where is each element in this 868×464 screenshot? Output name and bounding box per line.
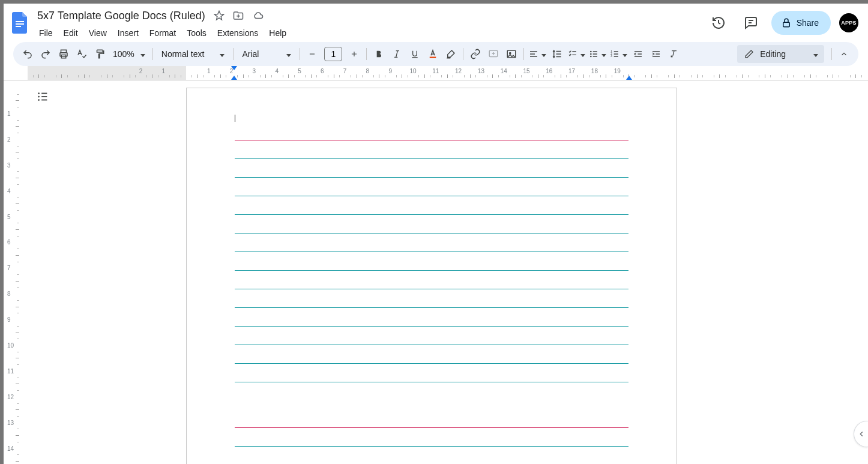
document-title[interactable]: 5x7 Template Google Docs (Ruled)	[37, 10, 205, 22]
ruled-line-teal	[235, 428, 628, 447]
move-icon[interactable]	[233, 10, 244, 21]
document-outline-button[interactable]	[34, 88, 52, 106]
highlight-color-button[interactable]	[442, 46, 459, 62]
ruled-line-teal	[235, 364, 628, 382]
line-spacing-button[interactable]	[549, 46, 565, 62]
toolbar: 100% Normal text Arial 123 Ed	[13, 42, 858, 66]
text-color-button[interactable]	[424, 46, 441, 62]
menu-help[interactable]: Help	[265, 26, 291, 40]
insert-image-button[interactable]	[503, 46, 520, 62]
svg-point-19	[38, 99, 40, 101]
ruled-line-red	[235, 382, 628, 428]
page[interactable]	[186, 88, 677, 464]
paint-format-button[interactable]	[91, 46, 108, 62]
menu-format[interactable]: Format	[145, 26, 180, 40]
text-cursor	[235, 115, 235, 122]
svg-rect-3	[783, 22, 789, 27]
cloud-status-icon[interactable]	[252, 10, 264, 21]
svg-point-10	[510, 52, 511, 53]
document-canvas[interactable]	[28, 80, 868, 464]
underline-button[interactable]	[406, 46, 423, 62]
print-button[interactable]	[55, 46, 72, 62]
star-icon[interactable]	[214, 10, 225, 21]
collapse-toolbar-button[interactable]	[836, 46, 852, 62]
bold-button[interactable]	[370, 46, 387, 62]
spellcheck-button[interactable]	[73, 46, 90, 62]
zoom-value: 100%	[113, 49, 134, 59]
add-comment-button[interactable]	[485, 46, 502, 62]
increase-font-size-button[interactable]	[346, 46, 363, 62]
checklist-button[interactable]	[567, 46, 586, 62]
svg-rect-2	[16, 26, 21, 27]
numbered-list-button[interactable]: 123	[609, 46, 628, 62]
svg-rect-0	[16, 21, 24, 22]
redo-button[interactable]	[37, 46, 54, 62]
font-size-input[interactable]	[324, 47, 342, 61]
ruled-line-teal	[235, 196, 628, 215]
mode-label: Editing	[760, 49, 786, 59]
menu-view[interactable]: View	[85, 26, 111, 40]
chevron-down-icon	[600, 49, 606, 59]
share-button[interactable]: Share	[771, 11, 831, 35]
pencil-icon	[744, 49, 754, 59]
ruled-line-teal	[235, 271, 628, 289]
svg-point-18	[38, 96, 40, 98]
style-value: Normal text	[161, 49, 205, 59]
editing-mode-button[interactable]: Editing	[737, 45, 824, 63]
chevron-down-icon	[219, 49, 225, 59]
ruled-line-teal	[235, 252, 628, 271]
svg-text:3: 3	[611, 55, 613, 58]
menu-tools[interactable]: Tools	[182, 26, 211, 40]
font-value: Arial	[242, 49, 259, 59]
ruled-line-teal	[235, 327, 628, 345]
ruled-line-teal	[235, 345, 628, 364]
docs-logo-icon[interactable]	[8, 11, 32, 35]
ruled-line-teal	[235, 159, 628, 178]
svg-rect-7	[430, 57, 436, 58]
menu-file[interactable]: File	[35, 26, 57, 40]
account-avatar[interactable]: APPS	[839, 13, 858, 32]
ruled-line-teal	[235, 234, 628, 252]
insert-link-button[interactable]	[467, 46, 484, 62]
svg-point-13	[591, 56, 591, 56]
decrease-indent-button[interactable]	[630, 46, 646, 62]
ruled-line-teal	[235, 178, 628, 196]
clear-formatting-button[interactable]	[666, 46, 683, 62]
ruled-line-red	[235, 112, 628, 140]
horizontal-ruler[interactable]: 2112345678910111213141516171819	[4, 66, 868, 80]
ruled-line-teal	[235, 215, 628, 234]
ruled-line-teal	[235, 289, 628, 308]
font-family-select[interactable]: Arial	[237, 46, 296, 62]
history-icon[interactable]	[707, 11, 731, 35]
svg-rect-1	[16, 23, 24, 25]
share-label: Share	[797, 18, 819, 28]
chevron-down-icon	[285, 49, 291, 59]
svg-point-17	[38, 92, 40, 94]
increase-indent-button[interactable]	[648, 46, 665, 62]
menu-extensions[interactable]: Extensions	[213, 26, 262, 40]
undo-button[interactable]	[19, 46, 36, 62]
paragraph-style-select[interactable]: Normal text	[157, 46, 230, 62]
italic-button[interactable]	[388, 46, 405, 62]
zoom-select[interactable]: 100%	[109, 46, 149, 62]
align-button[interactable]	[528, 46, 547, 62]
svg-point-11	[591, 51, 591, 52]
vertical-ruler[interactable]: 123456789101112131415	[4, 80, 28, 464]
decrease-font-size-button[interactable]	[304, 46, 321, 62]
menu-bar: FileEditViewInsertFormatToolsExtensionsH…	[34, 24, 707, 42]
ruled-line-teal	[235, 140, 628, 159]
chevron-down-icon	[540, 49, 546, 59]
ruled-line-teal	[235, 308, 628, 327]
bulleted-list-button[interactable]	[588, 46, 607, 62]
menu-edit[interactable]: Edit	[59, 26, 82, 40]
lock-icon	[781, 17, 792, 28]
svg-point-12	[591, 53, 591, 54]
chevron-down-icon	[812, 49, 818, 59]
first-line-indent-marker[interactable]	[231, 66, 237, 70]
title-bar: 5x7 Template Google Docs (Ruled) FileEdi…	[4, 4, 868, 42]
right-indent-marker[interactable]	[626, 76, 632, 80]
menu-insert[interactable]: Insert	[113, 26, 143, 40]
left-indent-marker[interactable]	[231, 76, 237, 80]
chevron-down-icon	[621, 49, 627, 59]
comments-icon[interactable]	[739, 11, 763, 35]
